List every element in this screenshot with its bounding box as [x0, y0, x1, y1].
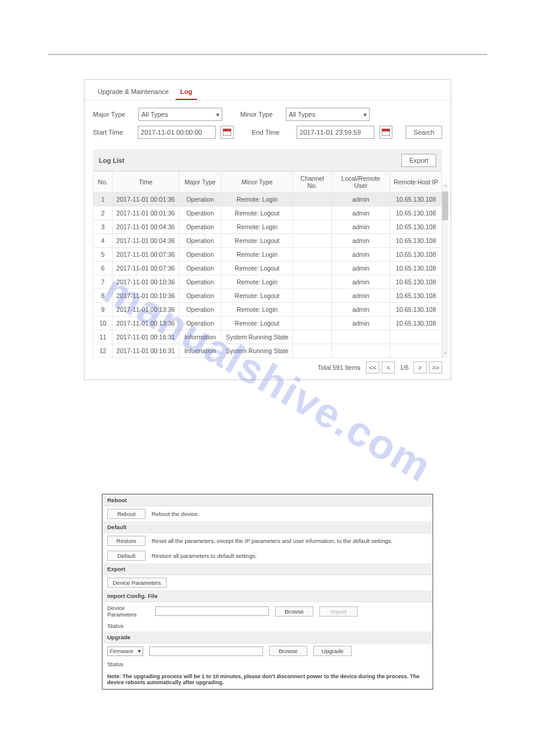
table-row[interactable]: 102017-11-01 00:13:36OperationRemote: Lo… [93, 317, 442, 330]
cell-time: 2017-11-01 00:01:36 [113, 207, 179, 220]
cell-channel [293, 330, 332, 344]
scroll-up-icon[interactable]: ˄ [444, 184, 447, 190]
cell-user: admin [332, 262, 390, 275]
pager-first[interactable]: << [366, 362, 379, 374]
col-major: Major Type [179, 172, 221, 193]
import-button[interactable]: Import [319, 606, 358, 617]
scroll-down-icon[interactable]: ˅ [444, 352, 447, 358]
cell-major: Operation [179, 303, 221, 317]
log-table: No. Time Major Type Minor Type Channel N… [93, 171, 442, 358]
col-no: No. [93, 172, 113, 193]
table-row[interactable]: 92017-11-01 00:13:36OperationRemote: Log… [93, 303, 442, 317]
cell-time: 2017-11-01 00:04:36 [113, 220, 179, 234]
cell-minor: Remote: Login [222, 193, 293, 207]
major-type-select[interactable]: All Types ▾ [138, 108, 222, 121]
cell-ip: 10.65.130.108 [390, 193, 442, 207]
cell-minor: Remote: Login [222, 303, 293, 317]
cell-no: 6 [93, 262, 113, 275]
cell-major: Operation [179, 317, 221, 330]
cell-ip [390, 330, 442, 344]
cell-channel [293, 317, 332, 330]
cell-time: 2017-11-01 00:07:36 [113, 262, 179, 275]
upgrade-button[interactable]: Upgrade [313, 646, 352, 656]
cell-time: 2017-11-01 00:13:36 [113, 303, 179, 317]
major-type-label: Major Type [93, 111, 134, 118]
end-time-calendar-button[interactable] [379, 126, 392, 139]
cell-time: 2017-11-01 00:07:36 [113, 248, 179, 262]
table-row[interactable]: 42017-11-01 00:04:36OperationRemote: Log… [93, 234, 442, 248]
cell-minor: Remote: Logout [222, 317, 293, 330]
cell-user: admin [332, 234, 390, 248]
table-row[interactable]: 112017-11-01 00:16:31InformationSystem R… [93, 330, 442, 344]
pager-last[interactable]: >> [429, 362, 442, 374]
cell-major: Operation [179, 275, 221, 289]
cell-user [332, 344, 390, 358]
cell-minor: Remote: Logout [222, 262, 293, 275]
table-row[interactable]: 32017-11-01 00:04:36OperationRemote: Log… [93, 220, 442, 234]
default-button[interactable]: Default [107, 551, 146, 561]
reboot-button[interactable]: Reboot [107, 509, 146, 519]
restore-desc: Reset all the parameters, except the IP … [152, 538, 392, 544]
start-time-label: Start Time [93, 129, 133, 136]
table-row[interactable]: 22017-11-01 00:01:36OperationRemote: Log… [93, 207, 442, 220]
cell-minor: System Running State [222, 330, 293, 344]
table-row[interactable]: 72017-11-01 00:10:36OperationRemote: Log… [93, 275, 442, 289]
upgrade-browse-button[interactable]: Browse [269, 646, 307, 656]
search-button[interactable]: Search [406, 126, 442, 139]
cell-major: Information [179, 344, 221, 358]
cell-no: 11 [93, 330, 113, 344]
cell-user: admin [332, 207, 390, 220]
cell-user [332, 330, 390, 344]
cell-channel [293, 289, 332, 303]
cell-major: Operation [179, 289, 221, 303]
cell-time: 2017-11-01 00:16:31 [113, 330, 179, 344]
cell-ip: 10.65.130.108 [390, 234, 442, 248]
upgrade-note: Note: The upgrading process will be 1 to… [102, 670, 433, 689]
chevron-down-icon: ▾ [138, 648, 141, 654]
cell-minor: Remote: Logout [222, 289, 293, 303]
start-time-calendar-button[interactable] [220, 126, 234, 139]
end-time-input[interactable]: 2017-11-01 23:59:59 [297, 126, 374, 139]
scrollbar-thumb[interactable] [442, 192, 448, 220]
upgrade-source-select[interactable]: Firmware ▾ [107, 646, 143, 656]
cell-no: 1 [93, 193, 113, 207]
pager-prev[interactable]: < [382, 362, 395, 374]
cell-ip: 10.65.130.108 [390, 262, 442, 275]
cell-major: Operation [179, 193, 221, 207]
cell-major: Operation [179, 234, 221, 248]
divider [48, 54, 487, 55]
export-heading: Export [102, 563, 433, 575]
import-file-input[interactable] [155, 606, 269, 616]
table-row[interactable]: 12017-11-01 00:01:36OperationRemote: Log… [93, 193, 442, 207]
col-ip: Remote Host IP [390, 172, 442, 193]
minor-type-select[interactable]: All Types ▾ [286, 108, 370, 121]
cell-user: admin [332, 289, 390, 303]
start-time-input[interactable]: 2017-11-01 00:00:00 [138, 126, 216, 139]
upgrade-file-input[interactable] [149, 646, 263, 656]
table-row[interactable]: 52017-11-01 00:07:36OperationRemote: Log… [93, 248, 442, 262]
cell-time: 2017-11-01 00:13:36 [113, 317, 179, 330]
import-browse-button[interactable]: Browse [275, 606, 313, 617]
tab-log[interactable]: Log [176, 86, 197, 100]
restore-button[interactable]: Restore [107, 536, 146, 546]
cell-channel [293, 220, 332, 234]
cell-no: 3 [93, 220, 113, 234]
tab-upgrade-maintenance[interactable]: Upgrade & Maintenance [93, 86, 174, 99]
log-panel: Upgrade & Maintenance Log Major Type All… [84, 79, 451, 380]
table-row[interactable]: 82017-11-01 00:10:36OperationRemote: Log… [93, 289, 442, 303]
cell-ip: 10.65.130.108 [390, 248, 442, 262]
cell-ip: 10.65.130.108 [390, 220, 442, 234]
cell-no: 7 [93, 275, 113, 289]
default-desc: Restore all parameters to default settin… [152, 552, 257, 559]
export-button[interactable]: Export [401, 154, 436, 167]
chevron-down-icon: ▾ [364, 111, 367, 118]
cell-major: Operation [179, 262, 221, 275]
table-row[interactable]: 62017-11-01 00:07:36OperationRemote: Log… [93, 262, 442, 275]
minor-type-value: All Types [289, 111, 315, 118]
pager-next[interactable]: > [413, 362, 427, 374]
table-row[interactable]: 122017-11-01 00:16:31InformationSystem R… [93, 344, 442, 358]
cell-no: 10 [93, 317, 113, 330]
device-parameters-button[interactable]: Device Parameters [107, 578, 167, 588]
cell-ip: 10.65.130.108 [390, 207, 442, 220]
cell-ip [390, 344, 442, 358]
